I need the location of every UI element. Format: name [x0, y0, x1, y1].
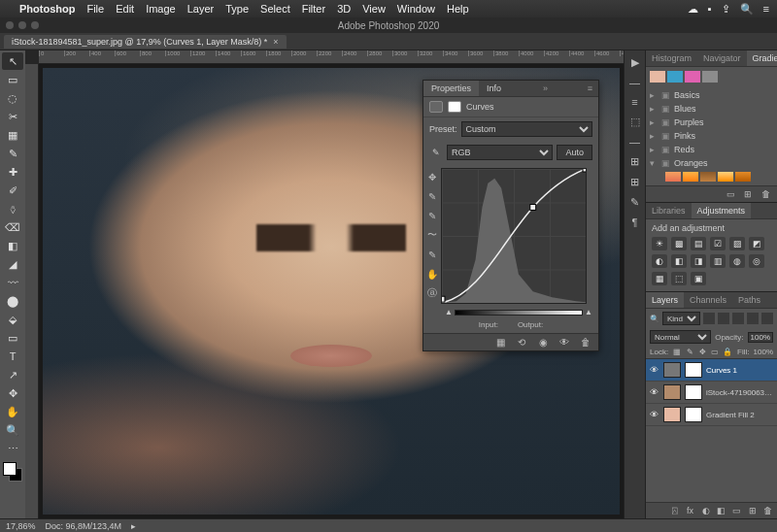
lock-all-icon[interactable]: 🔒: [723, 348, 732, 356]
path-tool[interactable]: ▭: [2, 329, 23, 347]
gradient-folder[interactable]: ▾▣Oranges: [650, 156, 773, 170]
delete-layer-icon[interactable]: 🗑: [762, 506, 773, 515]
panel-collapse-icon[interactable]: »: [537, 81, 554, 96]
color-swatch[interactable]: [3, 462, 22, 482]
layer-thumbnail[interactable]: [663, 407, 681, 422]
toggle-visibility-icon[interactable]: ◉: [536, 337, 550, 348]
panel-menu-icon[interactable]: ≡: [582, 81, 598, 96]
gradient-folder[interactable]: ▸▣Reds: [650, 143, 773, 156]
move-tool[interactable]: ↖: [2, 52, 23, 70]
search-icon[interactable]: 🔍: [650, 315, 659, 323]
clone-tool[interactable]: ⎀: [2, 200, 23, 217]
properties-panel[interactable]: Properties Info » ≡ Curves Preset: Custo…: [422, 80, 599, 351]
adjustment-preset-icon[interactable]: ▦: [652, 272, 667, 285]
tab-paths[interactable]: Paths: [732, 292, 766, 308]
filter-type-icon[interactable]: [732, 313, 744, 324]
layer-mask-thumbnail[interactable]: [685, 407, 702, 422]
auto-button[interactable]: Auto: [557, 145, 592, 160]
lasso-tool[interactable]: ◌: [2, 89, 23, 107]
curve-tool-icon[interactable]: ✎: [425, 248, 439, 261]
opacity-value[interactable]: 100%: [748, 332, 773, 343]
delete-gradient-icon[interactable]: 🗑: [760, 189, 771, 199]
visibility-toggle-icon[interactable]: 👁: [650, 387, 659, 397]
adjustment-preset-icon[interactable]: ▤: [691, 237, 706, 250]
menu-image[interactable]: Image: [146, 3, 176, 15]
gradient-preset[interactable]: [665, 172, 681, 182]
gradient-preset[interactable]: [735, 172, 751, 182]
gradient-preset[interactable]: [683, 172, 698, 182]
crop-tool[interactable]: ✂: [2, 108, 23, 125]
tab-libraries[interactable]: Libraries: [646, 203, 692, 218]
layer-thumbnail[interactable]: [663, 362, 681, 378]
quick-mask-icon[interactable]: ⋯: [2, 440, 23, 457]
menu-layer[interactable]: Layer: [187, 3, 215, 15]
clip-to-layer-icon[interactable]: ▦: [493, 337, 507, 348]
lock-pixels-icon[interactable]: ✎: [685, 348, 694, 356]
layer-row[interactable]: 👁Gradient Fill 2: [646, 404, 777, 426]
curve-tool-icon[interactable]: ✥: [425, 170, 439, 183]
curve-tool-icon[interactable]: ✎: [425, 209, 439, 222]
adjustment-preset-icon[interactable]: ◨: [691, 254, 706, 268]
mask-icon[interactable]: [448, 101, 461, 113]
menu-type[interactable]: Type: [225, 3, 249, 15]
collapsed-panel-icon[interactable]: ≡: [631, 96, 637, 108]
channel-select[interactable]: RGB: [447, 145, 553, 160]
cloud-icon[interactable]: ☁: [688, 3, 698, 16]
tab-info[interactable]: Info: [479, 81, 509, 96]
layer-kind-select[interactable]: Kind: [662, 312, 700, 325]
filter-adjust-icon[interactable]: [718, 313, 729, 324]
adjustment-preset-icon[interactable]: ◧: [671, 254, 687, 268]
lock-transparency-icon[interactable]: ▦: [672, 348, 682, 356]
status-chevron-icon[interactable]: ▸: [131, 521, 136, 531]
adjustment-preset-icon[interactable]: ◐: [652, 254, 667, 268]
collapsed-panel-icon[interactable]: ⊞: [630, 155, 639, 168]
delete-adjustment-icon[interactable]: 🗑: [579, 337, 592, 348]
adjustment-preset-icon[interactable]: ◎: [749, 254, 764, 268]
adjustment-preset-icon[interactable]: ◩: [749, 237, 764, 250]
layer-row[interactable]: 👁iStock-471900639_super: [646, 382, 777, 404]
chat-icon[interactable]: ▪: [708, 3, 712, 16]
reset-icon[interactable]: ⟲: [515, 337, 528, 348]
doc-size[interactable]: Doc: 96,8M/123,4M: [46, 521, 122, 531]
ruler-horizontal[interactable]: 0200400600800100012001400160018002000220…: [39, 50, 624, 64]
gradient-swatch[interactable]: [702, 71, 718, 83]
gradient-swatch[interactable]: [667, 71, 683, 83]
curve-tool-icon[interactable]: 〜: [425, 228, 439, 242]
tab-layers[interactable]: Layers: [646, 292, 684, 308]
share-icon[interactable]: ⇪: [722, 3, 730, 16]
curve-tool-icon[interactable]: ✋: [425, 267, 439, 281]
gradient-preset[interactable]: [718, 172, 733, 182]
tab-gradients[interactable]: Gradients: [747, 50, 777, 66]
filter-pixel-icon[interactable]: [703, 313, 715, 324]
adjustment-preset-icon[interactable]: ☑: [710, 237, 726, 250]
link-layers-icon[interactable]: ⍓: [669, 506, 680, 515]
zoom-tool[interactable]: ✥: [2, 384, 23, 402]
blur-tool[interactable]: ◢: [2, 255, 23, 273]
layer-mask-thumbnail[interactable]: [685, 362, 702, 378]
lock-artboard-icon[interactable]: ▭: [710, 348, 720, 356]
adjustment-preset-icon[interactable]: ▣: [691, 272, 706, 285]
spot-heal-tool[interactable]: ✚: [2, 163, 23, 181]
search-icon[interactable]: 🔍: [740, 3, 754, 16]
filter-smart-icon[interactable]: [761, 313, 773, 324]
visibility-toggle-icon[interactable]: 👁: [650, 410, 659, 419]
tab-properties[interactable]: Properties: [423, 81, 479, 96]
eyedropper-tool[interactable]: ✎: [2, 145, 23, 162]
collapsed-panel-icon[interactable]: ✎: [630, 196, 639, 209]
eyedropper-icon[interactable]: ✎: [429, 148, 443, 157]
curve-line[interactable]: [442, 169, 586, 303]
curve-tool-icon[interactable]: ⓐ: [425, 286, 439, 300]
pen-tool[interactable]: ⬤: [2, 292, 23, 310]
group-icon[interactable]: ▭: [731, 506, 742, 515]
layer-mask-thumbnail[interactable]: [685, 384, 702, 400]
filter-shape-icon[interactable]: [747, 313, 759, 324]
gradient-ramp[interactable]: [455, 310, 583, 316]
traffic-lights[interactable]: [6, 21, 39, 29]
menu-3d[interactable]: 3D: [337, 3, 351, 15]
gradient-preset[interactable]: [700, 172, 716, 182]
collapsed-panel-icon[interactable]: ⬚: [630, 116, 640, 128]
adjustment-preset-icon[interactable]: ▩: [671, 237, 687, 250]
gradient-swatch[interactable]: [685, 71, 700, 83]
visibility-toggle-icon[interactable]: 👁: [650, 365, 659, 375]
white-point-slider-icon[interactable]: ▲: [585, 308, 592, 316]
